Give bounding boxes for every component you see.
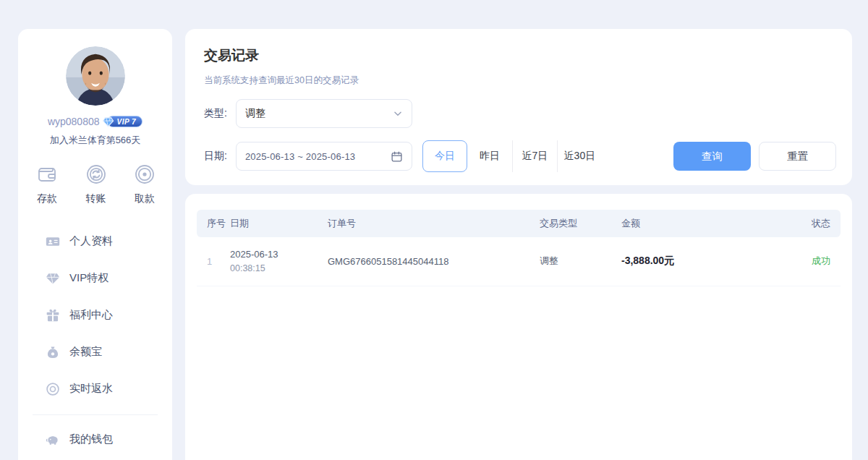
- join-days-text: 加入米兰体育第566天: [18, 134, 172, 147]
- sidebar-item-label: 我的钱包: [69, 433, 113, 446]
- query-button[interactable]: 查询: [673, 142, 751, 171]
- type-filter-row: 类型: 调整: [204, 99, 836, 128]
- filter-actions: 查询 重置: [673, 142, 836, 171]
- page-title: 交易记录: [204, 46, 836, 65]
- type-select[interactable]: 调整: [236, 99, 412, 128]
- records-panel: 序号 日期 订单号 交易类型 金额 状态 1 2025-06-13 00:38:…: [185, 194, 852, 460]
- sidebar-item-profile[interactable]: 个人资料: [18, 223, 172, 260]
- gem-icon: [46, 271, 60, 286]
- date-range-value: 2025-06-13 ~ 2025-06-13: [245, 151, 391, 162]
- sidebar-item-label: 实时返水: [69, 382, 113, 396]
- range-yesterday-button[interactable]: 昨日: [467, 140, 512, 172]
- vip-badge: VIP 7: [107, 116, 143, 127]
- quick-action-label: 存款: [37, 192, 57, 205]
- sidebar-item-label: VIP特权: [69, 271, 109, 285]
- sidebar-item-label: 福利中心: [69, 308, 113, 322]
- money-bag-icon: [46, 345, 60, 359]
- filter-panel: 交易记录 当前系统支持查询最近30日的交易记录 类型: 调整 日期: 2025-…: [185, 29, 852, 185]
- avatar[interactable]: [66, 46, 125, 106]
- cell-order-no: GMG6766051581445044118: [328, 256, 540, 267]
- page: wyp080808 VIP 7 加入米兰体育第566天 存款: [0, 0, 868, 460]
- cell-status: 成功: [798, 255, 841, 268]
- range-today-button[interactable]: 今日: [422, 140, 467, 172]
- cell-date-day: 2025-06-13: [230, 248, 328, 262]
- sidebar-item-welfare[interactable]: 福利中心: [18, 297, 172, 333]
- quick-range-group: 今日 昨日 近7日 近30日: [422, 140, 602, 172]
- gem-icon: [102, 116, 114, 128]
- col-header-amount: 金额: [621, 217, 798, 230]
- sidebar-item-vip[interactable]: VIP特权: [18, 260, 172, 297]
- sidebar-item-wallet[interactable]: 我的钱包: [18, 421, 172, 458]
- vip-badge-label: VIP 7: [117, 118, 137, 126]
- table-header: 序号 日期 订单号 交易类型 金额 状态: [197, 210, 841, 237]
- range-30days-button[interactable]: 近30日: [557, 140, 602, 172]
- user-line: wyp080808 VIP 7: [18, 116, 172, 127]
- col-header-status: 状态: [798, 217, 841, 230]
- quick-action-label: 取款: [135, 192, 155, 205]
- quick-actions: 存款 转账 取款: [18, 163, 172, 205]
- rebate-icon: [46, 382, 60, 396]
- page-subtitle: 当前系统支持查询最近30日的交易记录: [204, 74, 836, 87]
- cell-date: 2025-06-13 00:38:15: [230, 248, 328, 275]
- col-header-type: 交易类型: [540, 217, 621, 230]
- cell-amount: -3,888.00元: [621, 255, 798, 268]
- col-header-order: 订单号: [328, 217, 540, 230]
- reset-button[interactable]: 重置: [759, 142, 836, 171]
- range-7days-button[interactable]: 近7日: [512, 140, 557, 172]
- col-header-date: 日期: [230, 217, 328, 230]
- menu-divider: [33, 414, 158, 415]
- withdraw-icon: [133, 163, 156, 186]
- col-header-index: 序号: [197, 217, 230, 230]
- table-row[interactable]: 1 2025-06-13 00:38:15 GMG676605158144504…: [197, 237, 841, 286]
- chevron-down-icon: [393, 108, 403, 119]
- date-filter-row: 日期: 2025-06-13 ~ 2025-06-13 今日 昨日 近7日 近3…: [204, 140, 836, 172]
- quick-action-withdraw[interactable]: 取款: [133, 163, 156, 205]
- calendar-icon: [391, 150, 403, 163]
- username: wyp080808: [48, 116, 100, 127]
- sidebar: wyp080808 VIP 7 加入米兰体育第566天 存款: [18, 29, 172, 460]
- sidebar-menu: 个人资料 VIP特权 福利中心: [18, 223, 172, 458]
- quick-action-label: 转账: [86, 192, 106, 205]
- quick-action-transfer[interactable]: 转账: [85, 163, 108, 205]
- sidebar-item-yuebao[interactable]: 余额宝: [18, 333, 172, 370]
- quick-action-deposit[interactable]: 存款: [35, 163, 59, 205]
- id-card-icon: [46, 234, 60, 249]
- deposit-wallet-icon: [35, 163, 59, 186]
- piggy-bank-icon: [46, 433, 60, 447]
- gift-icon: [46, 308, 60, 323]
- type-label: 类型:: [204, 107, 227, 120]
- transfer-icon: [85, 163, 108, 186]
- cell-type: 调整: [540, 255, 621, 268]
- sidebar-item-label: 余额宝: [69, 345, 102, 359]
- sidebar-item-rebate[interactable]: 实时返水: [18, 370, 172, 407]
- cell-index: 1: [197, 256, 230, 267]
- date-label: 日期:: [204, 150, 227, 163]
- type-select-value: 调整: [245, 107, 393, 120]
- cell-date-time: 00:38:15: [230, 262, 328, 275]
- sidebar-item-label: 个人资料: [69, 234, 113, 248]
- date-range-input[interactable]: 2025-06-13 ~ 2025-06-13: [236, 142, 412, 171]
